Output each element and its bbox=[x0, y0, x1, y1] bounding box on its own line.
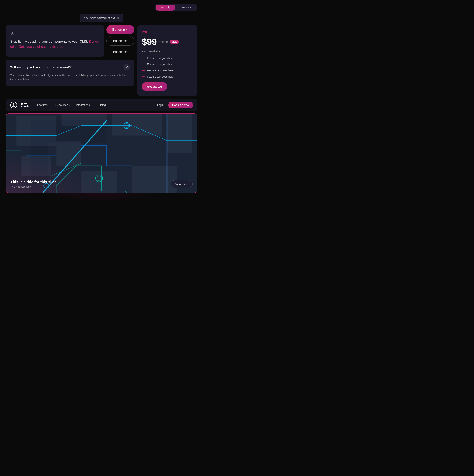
slide-text-block: This is a title for this slide This is a… bbox=[11, 180, 57, 188]
discount-badge: -20% bbox=[170, 40, 179, 44]
pricing-card: Pro $99 /month -20% Plan description —Fe… bbox=[137, 25, 198, 96]
nav-link-pricing[interactable]: Pricing bbox=[95, 102, 108, 108]
feature-card-text-start: Stop tightly coupling your components to… bbox=[10, 40, 89, 43]
command-text: npx makeswift@latest bbox=[84, 17, 115, 20]
nav-link-integrations[interactable]: Integrations ▾ bbox=[73, 102, 94, 108]
navbar: logo— ipsum® Features ▾ Resources ▾ Inte… bbox=[6, 99, 198, 111]
main-grid: ★ Stop tightly coupling your components … bbox=[6, 25, 198, 96]
left-column: ★ Stop tightly coupling your components … bbox=[6, 25, 134, 96]
feature-card-description: Stop tightly coupling your components to… bbox=[10, 39, 100, 49]
nav-book-demo-button[interactable]: Book a demo bbox=[168, 102, 193, 108]
feature-text: Feature text goes here bbox=[147, 57, 174, 60]
price-amount: $99 bbox=[142, 37, 157, 47]
feature-dash-icon: — bbox=[142, 62, 145, 66]
plan-description: Plan description bbox=[142, 50, 193, 53]
price-row: $99 /month -20% bbox=[142, 37, 193, 47]
feature-text: Feature text goes here bbox=[147, 75, 174, 78]
feature-text: Feature text goes here bbox=[147, 63, 174, 66]
features-list: —Feature text goes here —Feature text go… bbox=[142, 56, 193, 79]
feature-text: Feature text goes here bbox=[147, 69, 174, 72]
logo-globe-icon bbox=[10, 102, 17, 108]
slide-description: This is a description bbox=[11, 185, 57, 188]
faq-header: Will will my subscription be renewed? ✕ bbox=[10, 64, 130, 70]
button-secondary[interactable]: Button text bbox=[107, 36, 134, 46]
copy-icon[interactable]: ⧉ bbox=[117, 16, 119, 20]
price-period: /month bbox=[159, 40, 168, 44]
logo-text: logo— ipsum® bbox=[19, 102, 29, 108]
hero-slide: This is a title for this slide This is a… bbox=[6, 114, 197, 193]
button-tertiary[interactable]: Button text bbox=[107, 48, 134, 57]
chevron-down-icon: ▾ bbox=[69, 104, 70, 106]
list-item: —Feature text goes here bbox=[142, 68, 193, 72]
get-started-button[interactable]: Get started bbox=[142, 82, 167, 91]
nav-login-button[interactable]: Login bbox=[154, 102, 167, 108]
feature-dash-icon: — bbox=[142, 75, 145, 79]
nav-link-features[interactable]: Features ▾ bbox=[35, 102, 52, 108]
slide-title: This is a title for this slide bbox=[11, 180, 57, 184]
hero-slide-wrapper: This is a title for this slide This is a… bbox=[6, 113, 198, 193]
billing-toggle-row: Monthly Annually bbox=[6, 4, 198, 11]
command-line: npx makeswift@latest ⧉ bbox=[80, 14, 123, 22]
view-more-button[interactable]: View more bbox=[171, 180, 193, 188]
nav-links: Features ▾ Resources ▾ Integrations ▾ Pr… bbox=[35, 102, 108, 108]
button-primary[interactable]: Button text bbox=[107, 25, 134, 34]
nav-link-resources[interactable]: Resources ▾ bbox=[53, 102, 73, 108]
logo-area: logo— ipsum® bbox=[10, 102, 29, 108]
list-item: —Feature text goes here bbox=[142, 56, 193, 60]
plan-label: Pro bbox=[142, 30, 193, 34]
faq-card: Will will my subscription be renewed? ✕ … bbox=[6, 60, 134, 86]
star-icon: ★ bbox=[10, 30, 100, 36]
chevron-down-icon: ▾ bbox=[48, 104, 50, 106]
chevron-down-icon: ▾ bbox=[91, 104, 91, 106]
command-line-row: npx makeswift@latest ⧉ bbox=[6, 14, 198, 22]
faq-close-button[interactable]: ✕ bbox=[123, 64, 130, 70]
faq-question: Will will my subscription be renewed? bbox=[10, 65, 71, 69]
list-item: —Feature text goes here bbox=[142, 75, 193, 79]
feature-dash-icon: — bbox=[142, 56, 145, 60]
card-buttons-row: ★ Stop tightly coupling your components … bbox=[6, 25, 134, 57]
buttons-column: Button text Button text Button text bbox=[107, 25, 134, 57]
monthly-toggle-button[interactable]: Monthly bbox=[156, 4, 175, 11]
billing-toggle: Monthly Annually bbox=[155, 4, 198, 11]
slide-overlay: This is a title for this slide This is a… bbox=[6, 175, 197, 193]
annually-toggle-button[interactable]: Annually bbox=[176, 4, 197, 11]
feature-dash-icon: — bbox=[142, 68, 145, 72]
feature-card: ★ Stop tightly coupling your components … bbox=[6, 25, 104, 57]
list-item: —Feature text goes here bbox=[142, 62, 193, 66]
faq-answer: Your subscription will automatically ren… bbox=[10, 73, 130, 82]
